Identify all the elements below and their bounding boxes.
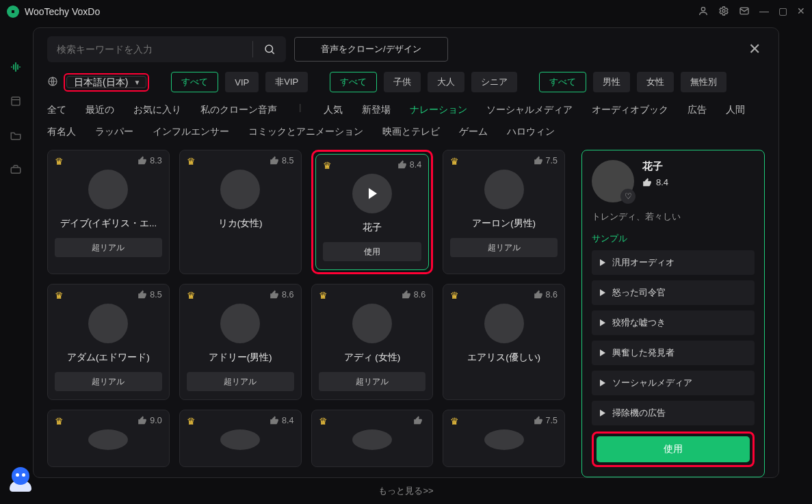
svg-point-5 [265,45,273,53]
play-icon[interactable] [352,174,392,213]
sample-label: 興奮した発見者 [612,347,675,359]
voice-rating: 8.6 [270,290,293,300]
filter-age-child[interactable]: 子供 [384,72,421,92]
voice-avatar[interactable] [352,429,392,450]
clone-design-button[interactable]: 音声をクローン/デザイン [294,37,448,62]
cat-all[interactable]: 全て [47,102,66,118]
search-button[interactable] [253,36,286,62]
crown-icon: ♛ [55,156,64,167]
see-more-link[interactable]: もっと見る>> [378,485,433,497]
svg-rect-4 [11,168,21,173]
voice-card[interactable]: ♛8.5アダム(エドワード)超リアル [47,284,170,400]
voice-card[interactable]: ♛8.3デイブ(イギリス・エ...超リアル [47,150,170,274]
voice-card[interactable]: ♛7.5アーロン(男性)超リアル [443,150,565,274]
mail-icon[interactable] [739,5,750,18]
window-minimize[interactable]: — [759,5,769,18]
filter-age-adult[interactable]: 大人 [428,72,464,92]
language-select[interactable]: 日本語(日本) ▼ [66,76,146,88]
voice-name: エアリス(優しい) [467,352,540,364]
voice-card[interactable]: ♛ [311,410,434,467]
filter-age-all[interactable]: すべて [330,72,377,92]
voice-avatar[interactable] [352,304,392,343]
voice-tag[interactable]: 使用 [323,242,422,261]
voice-avatar[interactable] [352,174,392,213]
voice-avatar[interactable] [484,170,524,209]
voice-card[interactable]: ♛8.6アディ (女性)超リアル [311,284,434,400]
sample-row[interactable]: 狡猾な嘘つき [592,310,755,335]
filter-age-senior[interactable]: シニア [471,72,517,92]
cat-movie[interactable]: 映画とテレビ [382,124,440,140]
cat-comic[interactable]: コミックとアニメーション [248,124,363,140]
filter-tier-all[interactable]: すべて [171,72,218,92]
language-value: 日本語(日本) [74,77,128,88]
account-icon[interactable] [698,5,709,18]
voice-rating: 8.5 [270,156,293,165]
voice-avatar[interactable] [484,304,524,343]
voice-name: アドリー(男性) [209,352,272,364]
use-voice-button[interactable]: 使用 [597,436,750,462]
cat-recent[interactable]: 最近の [86,102,114,118]
cat-audiobook[interactable]: オーディオブック [592,102,668,118]
voice-avatar[interactable] [220,170,260,209]
play-icon [600,410,605,416]
filter-gender-male[interactable]: 男性 [593,72,630,92]
cat-influencer[interactable]: インフルエンサー [153,124,229,140]
sample-row[interactable]: ソーシャルメディア [592,371,755,395]
filter-tier-vip[interactable]: VIP [225,72,259,92]
sample-row[interactable]: 掃除機の広告 [592,401,755,425]
filter-gender-female[interactable]: 女性 [637,72,674,92]
cat-game[interactable]: ゲーム [459,124,488,140]
filter-gender-all[interactable]: すべて [539,72,586,92]
cat-popular[interactable]: 人気 [324,102,343,118]
cat-ad[interactable]: 広告 [687,102,707,118]
voice-avatar[interactable] [220,304,260,343]
voice-card[interactable]: ♛8.6エアリス(優しい) [443,284,565,400]
voice-card[interactable]: ♛7.5 [443,410,565,467]
voice-avatar[interactable] [220,429,260,450]
app-logo [7,5,19,18]
voice-picker-modal: 音声をクローン/デザイン ✕ 日本語(日本) ▼ すべて VIP 非VIP すべ… [33,27,779,478]
cat-celeb[interactable]: 有名人 [47,124,76,140]
voice-card[interactable]: ♛8.4 [179,410,302,467]
cat-halloween[interactable]: ハロウィン [507,124,555,140]
voice-avatar[interactable] [88,304,128,343]
assistant-bubble[interactable] [8,467,33,492]
cat-new[interactable]: 新登場 [362,102,391,118]
sample-row[interactable]: 汎用オーディオ [592,250,755,275]
rail-tools-icon[interactable] [6,160,25,179]
close-icon[interactable]: ✕ [744,38,765,61]
rail-library-icon[interactable] [6,92,25,111]
play-icon [600,380,605,386]
voice-grid-scroll[interactable]: ♛8.3デイブ(イギリス・エ...超リアル♛8.5リカ(女性)♛8.4花子使用♛… [47,150,569,477]
sample-list[interactable]: 汎用オーディオ怒った司令官狡猾な嘘つき興奮した発見者ソーシャルメディア掃除機の広… [592,250,755,426]
window-close[interactable]: ✕ [797,5,805,18]
window-maximize[interactable]: ▢ [778,5,787,18]
voice-rating: 8.4 [270,416,293,425]
filter-tier-nonvip[interactable]: 非VIP [265,72,308,92]
voice-card[interactable]: ♛8.6アドリー(男性)超リアル [179,284,302,400]
voice-avatar[interactable] [88,429,128,450]
sample-row[interactable]: 興奮した発見者 [592,341,755,365]
cat-rapper[interactable]: ラッパー [95,124,133,140]
settings-icon[interactable] [718,5,729,18]
voice-card[interactable]: ♛8.4花子使用 [315,154,430,270]
voice-card[interactable]: ♛8.5リカ(女性) [179,150,302,274]
rail-folder-icon[interactable] [6,126,25,145]
cat-narration[interactable]: ナレーション [410,102,467,118]
voice-name: リカ(女性) [218,217,263,230]
sample-row[interactable]: 怒った司令官 [592,280,755,305]
cat-fav[interactable]: お気に入り [133,102,181,118]
voice-avatar[interactable] [484,429,524,450]
cat-myclone[interactable]: 私のクローン音声 [200,102,277,118]
rail-voice-icon[interactable] [6,57,25,77]
favorite-icon[interactable]: ♡ [620,189,636,204]
sample-label: ソーシャルメディア [612,377,692,389]
cat-human[interactable]: 人間 [726,102,745,118]
search-input[interactable] [47,36,252,62]
voice-tag: 超リアル [55,238,162,257]
filter-gender-none[interactable]: 無性別 [681,72,726,92]
voice-card[interactable]: ♛9.0 [47,410,170,467]
cat-social[interactable]: ソーシャルメディア [486,102,573,118]
voice-avatar[interactable] [88,170,128,209]
crown-icon: ♛ [187,416,196,427]
